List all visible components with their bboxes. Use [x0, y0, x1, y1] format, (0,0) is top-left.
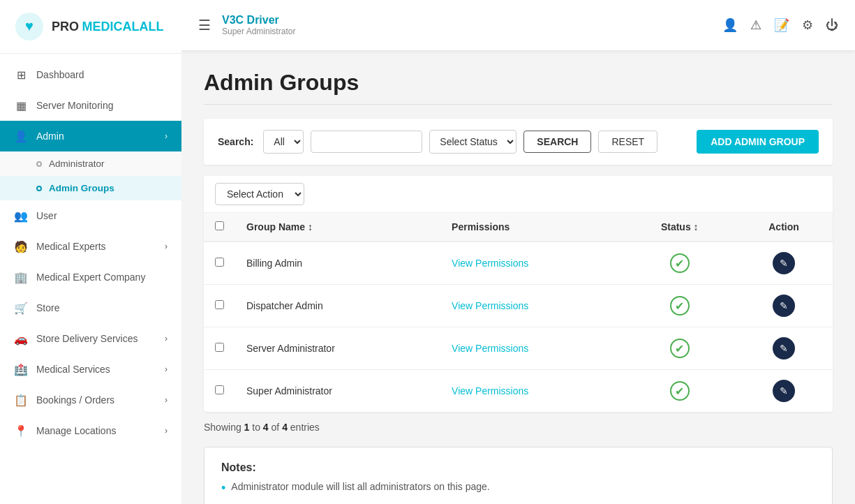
view-permissions-link[interactable]: View Permissions [452, 258, 528, 269]
col-permissions: Permissions [440, 213, 624, 242]
edit-icon[interactable]: 📝 [774, 17, 789, 33]
sidebar-item-dashboard[interactable]: ⊞ Dashboard [0, 59, 181, 90]
table-row: Dispatcher Admin View Permissions ✔ ✎ [204, 285, 833, 327]
row-action: ✎ [735, 327, 833, 370]
logo-medical: MEDICALALL [82, 20, 163, 34]
notes-bullet: • [221, 481, 225, 496]
reset-button[interactable]: RESET [598, 131, 657, 153]
row-status: ✔ [624, 242, 735, 285]
sidebar-item-admin[interactable]: 👤 Admin › [0, 121, 181, 151]
sidebar-item-admin-groups[interactable]: Admin Groups [0, 176, 181, 200]
chevron-right-icon: › [165, 131, 168, 141]
search-bar: Search: All Select Status Active Inactiv… [204, 119, 833, 165]
showing-entries-label: entries [288, 422, 320, 433]
sidebar-item-label: Manage Locations [36, 425, 116, 436]
view-permissions-link[interactable]: View Permissions [452, 300, 528, 311]
title-divider [204, 104, 833, 105]
edit-button[interactable]: ✎ [773, 380, 795, 402]
row-action: ✎ [735, 370, 833, 413]
sidebar-item-store-delivery[interactable]: 🚗 Store Delivery Services › [0, 323, 181, 354]
row-checkbox[interactable] [215, 343, 224, 352]
row-status: ✔ [624, 285, 735, 327]
notes-box: Notes: • Administrator module will list … [204, 447, 833, 504]
status-select[interactable]: Select Status Active Inactive [429, 130, 516, 154]
notes-item: • Administrator module will list all adm… [221, 481, 815, 496]
delivery-icon: 🚗 [14, 332, 28, 346]
showing-total: 4 [282, 422, 288, 433]
sidebar-item-store[interactable]: 🛒 Store [0, 292, 181, 323]
status-active-icon: ✔ [670, 381, 690, 401]
sidebar-item-manage-locations[interactable]: 📍 Manage Locations › [0, 415, 181, 446]
row-checkbox-cell [204, 370, 235, 413]
row-group-name: Dispatcher Admin [235, 285, 440, 327]
bulk-action-bar: Select Action Delete Activate Deactivate [204, 176, 833, 213]
svg-text:♥: ♥ [25, 18, 34, 34]
sidebar-nav: ⊞ Dashboard ▦ Server Monitoring 👤 Admin … [0, 54, 181, 504]
power-icon[interactable]: ⏻ [826, 18, 838, 33]
search-filter-select[interactable]: All [263, 130, 304, 154]
notes-title: Notes: [221, 461, 815, 474]
sidebar-item-label: Bookings / Orders [36, 394, 114, 406]
sidebar-item-medical-expert-company[interactable]: 🏢 Medical Expert Company [0, 262, 181, 292]
sidebar-item-label: Store [36, 302, 59, 313]
select-all-checkbox[interactable] [215, 221, 224, 230]
search-input[interactable] [311, 131, 422, 153]
sidebar-item-server-monitoring[interactable]: ▦ Server Monitoring [0, 90, 181, 121]
edit-button[interactable]: ✎ [773, 252, 795, 274]
sidebar-item-label: Administrator [49, 158, 105, 169]
row-checkbox[interactable] [215, 300, 224, 309]
admin-groups-table: Group Name ↕ Permissions Status ↕ Action… [204, 213, 833, 412]
sidebar-item-label: Admin [36, 131, 64, 142]
row-permissions: View Permissions [440, 327, 624, 370]
settings-icon[interactable]: ⚙ [802, 17, 813, 33]
chevron-right-icon: › [165, 426, 168, 436]
row-checkbox[interactable] [215, 385, 224, 394]
chevron-right-icon: › [165, 364, 168, 374]
row-checkbox-cell [204, 242, 235, 285]
table-row: Server Administrator View Permissions ✔ … [204, 327, 833, 370]
edit-button[interactable]: ✎ [773, 295, 795, 317]
sidebar-item-label: Medical Services [36, 364, 110, 375]
medical-services-icon: 🏥 [14, 362, 28, 376]
store-icon: 🛒 [14, 301, 28, 315]
add-admin-group-button[interactable]: ADD ADMIN GROUP [697, 130, 819, 154]
alert-icon[interactable]: ⚠ [750, 17, 761, 33]
sidebar-item-medical-experts[interactable]: 🧑 Medical Experts › [0, 231, 181, 262]
view-permissions-link[interactable]: View Permissions [452, 343, 528, 354]
showing-label: Showing [204, 422, 244, 433]
bulk-action-select[interactable]: Select Action Delete Activate Deactivate [215, 183, 304, 205]
sidebar-item-label: Dashboard [36, 69, 84, 80]
logo-icon: ♥ [14, 11, 45, 42]
showing-to-label: to [249, 422, 262, 433]
sidebar-item-user[interactable]: 👥 User [0, 200, 181, 231]
row-checkbox[interactable] [215, 258, 224, 267]
profile-icon[interactable]: 👤 [722, 17, 738, 33]
table-row: Billing Admin View Permissions ✔ ✎ [204, 242, 833, 285]
bookings-icon: 📋 [14, 393, 28, 407]
view-permissions-link[interactable]: View Permissions [452, 385, 528, 396]
sidebar-item-bookings-orders[interactable]: 📋 Bookings / Orders › [0, 385, 181, 415]
menu-toggle-button[interactable]: ☰ [198, 17, 211, 34]
row-permissions: View Permissions [440, 370, 624, 413]
row-checkbox-cell [204, 285, 235, 327]
search-label: Search: [218, 136, 253, 147]
sidebar-item-label: Store Delivery Services [36, 333, 138, 344]
sidebar: ♥ PRO MEDICALALL ⊞ Dashboard ▦ Server Mo… [0, 0, 181, 504]
row-status: ✔ [624, 370, 735, 413]
search-button[interactable]: SEARCH [523, 131, 591, 153]
header: ☰ V3C Driver Super Administrator 👤 ⚠ 📝 ⚙… [181, 0, 855, 50]
showing-of-label: of [269, 422, 282, 433]
row-group-name: Billing Admin [235, 242, 440, 285]
showing-entries-text: Showing 1 to 4 of 4 entries [204, 422, 833, 433]
sidebar-item-administrator[interactable]: Administrator [0, 151, 181, 176]
row-group-name: Server Administrator [235, 327, 440, 370]
chevron-right-icon: › [165, 395, 168, 405]
header-title-block: V3C Driver Super Administrator [222, 14, 722, 36]
row-permissions: View Permissions [440, 285, 624, 327]
edit-button[interactable]: ✎ [773, 337, 795, 360]
main-area: ☰ V3C Driver Super Administrator 👤 ⚠ 📝 ⚙… [181, 0, 855, 504]
sidebar-item-medical-services[interactable]: 🏥 Medical Services › [0, 354, 181, 385]
col-group-name[interactable]: Group Name ↕ [235, 213, 440, 242]
locations-icon: 📍 [14, 424, 28, 438]
col-status[interactable]: Status ↕ [624, 213, 735, 242]
